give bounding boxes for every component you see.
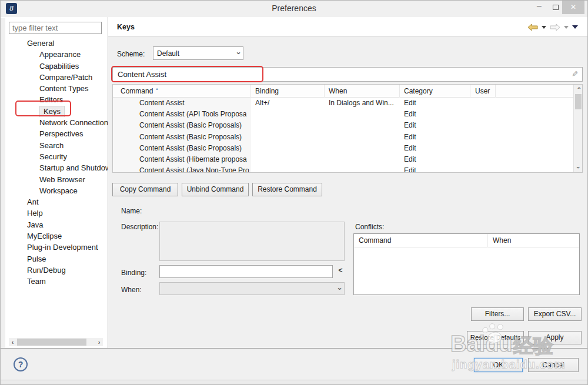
conflicts-column-when[interactable]: When [488,234,511,247]
sidebar-item-capabilities[interactable]: Capabilities [5,61,108,72]
sidebar-item-pulse[interactable]: Pulse [5,253,108,265]
filters-button[interactable]: Filters... [471,307,524,321]
table-row[interactable]: Content Assist (API Tools Proposa Edit [113,109,573,120]
cell-category: Edit [400,165,470,172]
column-label: Category [404,87,433,95]
sidebar-item-editors[interactable]: Editors [5,94,108,105]
restore-command-button[interactable]: Restore Command [252,183,322,196]
column-header-binding[interactable]: Binding [251,85,325,98]
column-header-command[interactable]: Command ▲ [113,85,251,98]
cell-user [470,98,496,109]
tree-label: Team [27,277,46,286]
cell-category: Edit [400,132,470,143]
cell-binding [251,143,325,154]
tree-label: Plug-in Development [27,243,98,252]
sidebar-item-workspace[interactable]: Workspace [5,185,108,196]
scheme-select[interactable]: Default › [153,46,243,60]
cell-user [470,165,496,172]
sidebar-item-perspectives[interactable]: Perspectives [5,128,108,139]
cell-user [470,132,496,143]
chevron-down-icon: › [234,52,243,54]
scroll-right-icon[interactable]: › [95,338,103,346]
forward-icon[interactable] [550,24,560,31]
export-csv-button[interactable]: Export CSV... [528,307,582,321]
sidebar-item-myeclipse[interactable]: MyEclipse [5,230,108,242]
table-row[interactable]: Content Assist (Basic Proposals) Edit [113,132,573,143]
table-row[interactable]: Content Assist (Java Non-Type Pro Edit [113,165,573,172]
titlebar[interactable]: 8 Preferences – ✕ [1,1,587,17]
cell-command: Content Assist (Hibernate proposa [113,154,251,165]
tree-label: Search [39,141,64,150]
table-row[interactable]: Content Assist (Basic Proposals) Edit [113,143,573,154]
copy-command-button[interactable]: Copy Command [112,183,178,196]
apply-button[interactable]: Apply [528,331,582,344]
clear-filter-icon[interactable]: ✎ [570,71,579,77]
page-header: Keys [108,17,588,36]
cell-command: Content Assist (Basic Proposals) [113,143,251,154]
cell-binding [251,132,325,143]
scroll-down-icon[interactable]: › [574,164,583,172]
sidebar-item-web-browser[interactable]: Web Browser [5,174,108,185]
back-icon[interactable] [527,24,538,31]
scroll-up-icon[interactable]: › [574,85,583,93]
preferences-sidebar: General Appearance Capabilities Compare/… [5,18,108,348]
panel-divider [108,17,108,348]
preferences-dialog: 8 Preferences – ✕ General Appearance Cap… [0,0,588,385]
cell-category: Edit [400,154,470,165]
ok-button[interactable]: OK [474,358,523,372]
maximize-button[interactable] [547,1,564,14]
column-header-when[interactable]: When [325,85,400,98]
cell-binding [251,109,325,120]
sidebar-item-content-types[interactable]: Content Types [5,83,108,94]
binding-input[interactable] [159,265,333,278]
cell-binding [251,154,325,165]
sidebar-item-team[interactable]: Team [5,276,108,287]
scrollbar-thumb[interactable] [17,339,86,346]
cell-category: Edit [400,98,470,109]
table-row[interactable]: Content Assist (Hibernate proposa Edit [113,154,573,165]
sidebar-item-search[interactable]: Search [5,140,108,151]
column-header-category[interactable]: Category [400,85,470,98]
sidebar-item-run-debug[interactable]: Run/Debug [5,265,108,276]
forward-history-dropdown-icon[interactable] [564,26,569,29]
bottom-strip [1,380,588,385]
cell-command: Content Assist (API Tools Proposa [113,109,251,120]
sidebar-item-network-connections[interactable]: Network Connections [5,117,108,128]
sidebar-item-general[interactable]: General [5,38,108,49]
view-menu-icon[interactable] [572,25,578,29]
sidebar-filter-input[interactable] [9,22,102,34]
cancel-button[interactable]: Cancel [528,358,579,372]
sidebar-horizontal-scrollbar[interactable]: ‹ › [9,338,103,346]
command-filter-input[interactable] [112,67,583,82]
scrollbar-thumb[interactable] [575,94,582,109]
unbind-command-button[interactable]: Unbind Command [182,183,249,196]
sidebar-item-plugin-development[interactable]: Plug-in Development [5,242,108,253]
scheme-value: Default [157,49,179,58]
tree-label: Content Types [39,84,89,93]
close-button[interactable]: ✕ [562,1,584,14]
sidebar-item-keys[interactable]: Keys [5,106,108,117]
cell-binding: Alt+/ [251,98,325,109]
binding-label: Binding: [121,269,146,277]
table-row[interactable]: Content Assist (Basic Proposals) Edit [113,120,573,131]
sidebar-item-security[interactable]: Security [5,151,108,162]
sidebar-item-help[interactable]: Help [5,207,108,219]
sidebar-item-java[interactable]: Java [5,219,108,230]
restore-defaults-button[interactable]: Restore Defaults [467,331,524,344]
cell-when [325,165,400,172]
tree-label: Help [27,209,43,217]
back-history-dropdown-icon[interactable] [542,26,546,29]
sidebar-item-appearance[interactable]: Appearance [5,49,108,60]
binding-expand-button[interactable]: < [336,266,345,274]
tree-label: Capabilities [39,62,79,71]
help-icon[interactable]: ? [14,357,28,371]
sidebar-item-ant[interactable]: Ant [5,196,108,207]
minimize-button[interactable]: – [531,1,547,14]
sidebar-item-compare-patch[interactable]: Compare/Patch [5,72,108,83]
column-header-user[interactable]: User [470,85,496,98]
table-vertical-scrollbar[interactable]: › › [573,85,582,172]
table-row[interactable]: Content Assist Alt+/ In Dialogs and Win.… [113,98,573,109]
sidebar-item-startup-shutdown[interactable]: Startup and Shutdow [5,162,108,173]
conflicts-column-command[interactable]: Command [354,234,488,247]
scroll-left-icon[interactable]: ‹ [9,338,16,346]
